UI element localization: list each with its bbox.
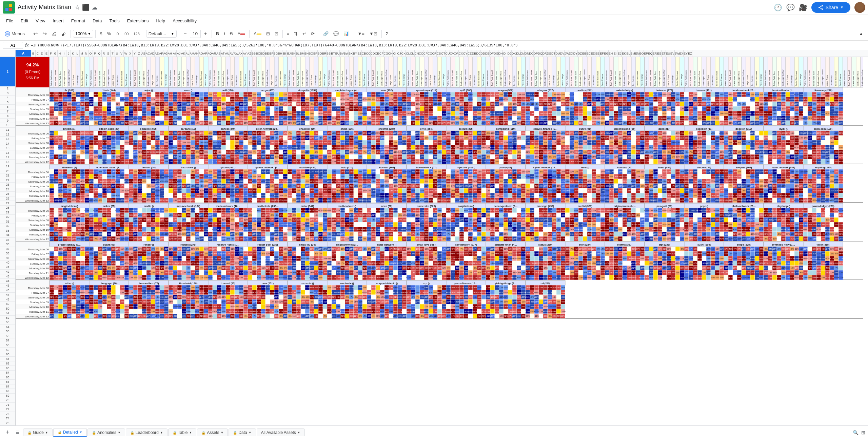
col-header-EF[interactable]: EF xyxy=(600,50,604,57)
col-header-AU[interactable]: AU xyxy=(225,50,230,57)
borders-button[interactable]: ⊞ xyxy=(264,30,272,38)
col-header-CR[interactable]: CR xyxy=(432,50,437,57)
font-size-input[interactable] xyxy=(190,30,201,38)
col-header-EB[interactable]: EB xyxy=(582,50,587,57)
col-header-Y[interactable]: Y xyxy=(133,50,137,57)
col-header-EN[interactable]: EN xyxy=(635,50,639,57)
col-header-CQ[interactable]: CQ xyxy=(428,50,432,57)
col-header-BK[interactable]: BK xyxy=(291,50,296,57)
col-header-DQ[interactable]: DQ xyxy=(538,50,542,57)
col-header-EX[interactable]: EX xyxy=(679,50,684,57)
col-header-CN[interactable]: CN xyxy=(415,50,419,57)
merge-button[interactable]: ⊡ xyxy=(273,30,280,38)
col-header-BO[interactable]: BO xyxy=(309,50,313,57)
col-header-BZ[interactable]: BZ xyxy=(357,50,362,57)
col-header-AE[interactable]: AE xyxy=(155,50,159,57)
col-header-ET[interactable]: ET xyxy=(662,50,666,57)
col-header-BS[interactable]: BS xyxy=(327,50,331,57)
col-header-DV[interactable]: DV xyxy=(560,50,565,57)
col-header-DO[interactable]: DO xyxy=(529,50,534,57)
col-header-BQ[interactable]: BQ xyxy=(318,50,322,57)
col-header-X[interactable]: X xyxy=(128,50,133,57)
col-header-CX[interactable]: CX xyxy=(459,50,463,57)
col-header-AX[interactable]: AX xyxy=(238,50,243,57)
col-header-CZ[interactable]: CZ xyxy=(468,50,472,57)
col-header-U[interactable]: U xyxy=(115,50,119,57)
text-color-button[interactable]: A xyxy=(236,30,248,38)
format-number-button[interactable]: 123 xyxy=(131,30,141,37)
col-header-Z[interactable]: Z xyxy=(137,50,141,57)
col-header-DI[interactable]: DI xyxy=(503,50,507,57)
menu-tools[interactable]: Tools xyxy=(106,17,123,25)
col-header-CV[interactable]: CV xyxy=(450,50,454,57)
col-header-DE[interactable]: DE xyxy=(485,50,490,57)
undo-button[interactable]: ↩ xyxy=(31,29,40,38)
col-header-EQ[interactable]: EQ xyxy=(648,50,653,57)
col-header-C[interactable]: C xyxy=(36,50,40,57)
col-header-DF[interactable]: DF xyxy=(490,50,494,57)
col-header-AR[interactable]: AR xyxy=(212,50,216,57)
col-header-BD[interactable]: BD xyxy=(260,50,265,57)
col-header-EP[interactable]: EP xyxy=(644,50,648,57)
col-header-AB[interactable]: AB xyxy=(141,50,146,57)
col-header-EY[interactable]: EY xyxy=(684,50,688,57)
font-increase-button[interactable]: + xyxy=(201,30,210,38)
col-header-CB[interactable]: CB xyxy=(362,50,366,57)
col-header-EC[interactable]: EC xyxy=(587,50,591,57)
zoom-selector[interactable]: 100% ▼ xyxy=(73,30,93,38)
col-header-BF[interactable]: BF xyxy=(269,50,274,57)
col-header-AH[interactable]: AH xyxy=(168,50,172,57)
col-header-DG[interactable]: DG xyxy=(494,50,498,57)
redo-button[interactable]: ↪ xyxy=(40,29,49,38)
col-header-DX[interactable]: DX xyxy=(569,50,573,57)
strikethrough-button[interactable]: S xyxy=(228,30,235,38)
col-header-AZ[interactable]: AZ xyxy=(247,50,252,57)
col-header-AG[interactable]: AG xyxy=(163,50,168,57)
tab-detailed[interactable]: 🔒 Detailed ▼ xyxy=(53,428,87,437)
col-header-CK[interactable]: CK xyxy=(401,50,406,57)
col-header-CG[interactable]: CG xyxy=(384,50,388,57)
col-header-O[interactable]: O xyxy=(88,50,93,57)
cloud-icon[interactable]: ☁ xyxy=(92,4,98,11)
col-header-EW[interactable]: EW xyxy=(675,50,679,57)
col-header-DZ[interactable]: DZ xyxy=(578,50,582,57)
col-header-E[interactable]: E xyxy=(44,50,49,57)
col-header-DJ[interactable]: DJ xyxy=(507,50,512,57)
col-header-CC[interactable]: CC xyxy=(366,50,371,57)
fill-color-button[interactable]: A xyxy=(252,30,263,38)
font-name-selector[interactable]: Default... ▼ xyxy=(146,30,177,38)
col-header-AP[interactable]: AP xyxy=(203,50,208,57)
menu-edit[interactable]: Edit xyxy=(17,17,32,25)
col-header-CU[interactable]: CU xyxy=(446,50,450,57)
col-header-BX[interactable]: BX xyxy=(349,50,353,57)
col-header-J[interactable]: J xyxy=(66,50,71,57)
filter-views-button[interactable]: ▼⊡ xyxy=(367,30,379,38)
col-header-EZ[interactable]: EZ xyxy=(688,50,692,57)
col-header-F[interactable]: F xyxy=(49,50,53,57)
col-header-AC[interactable]: AC xyxy=(146,50,150,57)
currency-button[interactable]: $ xyxy=(98,30,104,38)
col-header-BU[interactable]: BU xyxy=(335,50,340,57)
col-header-DY[interactable]: DY xyxy=(573,50,578,57)
col-header-BJ[interactable]: BJ xyxy=(287,50,291,57)
chart-button[interactable]: 📊 xyxy=(341,30,351,38)
menu-format[interactable]: Format xyxy=(68,17,88,25)
col-header-DW[interactable]: DW xyxy=(565,50,569,57)
tab-anomalies[interactable]: 🔒 Anomalies ▼ xyxy=(87,428,125,436)
col-header-CP[interactable]: CP xyxy=(423,50,428,57)
formula-input[interactable]: =IF(HOUR(NOW())<17,TEXT((5569-COUNTBLANK… xyxy=(31,43,865,47)
col-header-DK[interactable]: DK xyxy=(512,50,516,57)
sheet-menu-button[interactable]: ☰ xyxy=(13,428,22,437)
tab-data[interactable]: 🔒 Data ▼ xyxy=(229,428,256,436)
align-h-button[interactable]: ≡ xyxy=(285,30,292,38)
col-header-DL[interactable]: DL xyxy=(516,50,520,57)
col-header-R[interactable]: R xyxy=(102,50,106,57)
percent-button[interactable]: % xyxy=(105,30,113,38)
col-header-BP[interactable]: BP xyxy=(313,50,318,57)
col-header-EJ[interactable]: EJ xyxy=(617,50,622,57)
col-header-AM[interactable]: AM xyxy=(190,50,194,57)
function-button[interactable]: Σ xyxy=(384,30,391,38)
col-header-AF[interactable]: AF xyxy=(159,50,163,57)
col-header-BL[interactable]: BL xyxy=(296,50,300,57)
col-header-Q[interactable]: Q xyxy=(97,50,102,57)
